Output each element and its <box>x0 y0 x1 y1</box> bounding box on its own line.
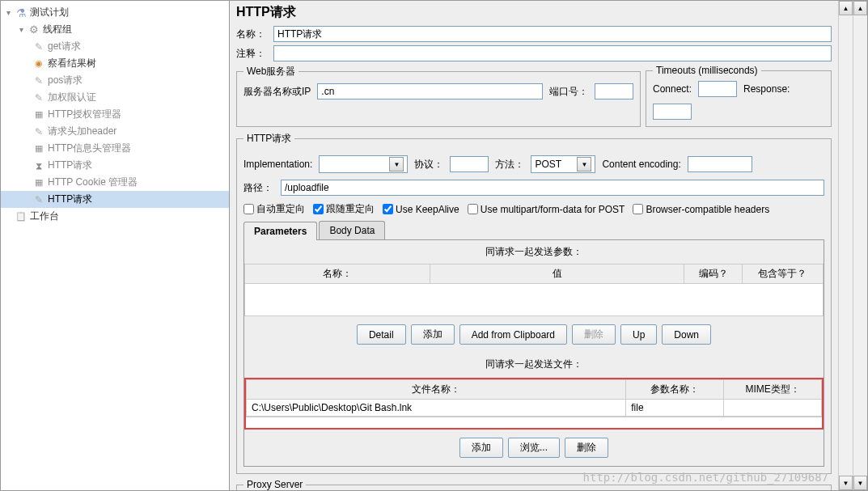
tree-item-http-header-mgr[interactable]: HTTP信息头管理器 <box>1 140 229 157</box>
col-value[interactable]: 值 <box>430 265 684 284</box>
tree-label: 加权限认证 <box>48 91 96 104</box>
col-name[interactable]: 名称： <box>245 265 430 284</box>
cb-browser-headers-box[interactable] <box>633 204 643 214</box>
name-label: 名称： <box>236 28 270 41</box>
cb-multipart-box[interactable] <box>468 204 478 214</box>
server-input[interactable] <box>317 83 543 99</box>
connect-label: Connect: <box>653 83 692 95</box>
btn-detail[interactable]: Detail <box>357 324 406 345</box>
name-input[interactable] <box>273 26 832 42</box>
connect-input[interactable] <box>698 81 737 97</box>
btn-delete[interactable]: 删除 <box>572 324 616 345</box>
tree-item-add-header[interactable]: 请求头加header <box>1 123 229 140</box>
cb-auto-redirect-box[interactable] <box>243 204 254 214</box>
inner-scrollbar[interactable]: ▲ ▼ <box>838 1 853 490</box>
col-encode[interactable]: 编码？ <box>684 265 743 284</box>
tree-thread-group[interactable]: ▾ 线程组 <box>1 21 229 38</box>
col-include[interactable]: 包含等于？ <box>742 265 823 284</box>
tree-label: pos请求 <box>48 74 83 87</box>
tree-item-view-results[interactable]: 察看结果树 <box>1 55 229 72</box>
tree-root-testplan[interactable]: ▾ 测试计划 <box>1 4 229 21</box>
cb-multipart[interactable]: Use multipart/form-data for POST <box>468 204 625 215</box>
file-mime-cell[interactable] <box>724 400 822 417</box>
http-request-fieldset: HTTP请求 Implementation: ▼ 协议： 方法： POST ▼ … <box>236 132 832 474</box>
file-path-cell[interactable]: C:\Users\Public\Desktop\Git Bash.lnk <box>247 400 626 417</box>
scroll-down-icon[interactable]: ▼ <box>853 476 867 490</box>
col-filename[interactable]: 文件名称： <box>247 380 626 400</box>
comment-input[interactable] <box>273 45 832 61</box>
scroll-down-icon[interactable]: ▼ <box>839 476 853 490</box>
params-grid-body[interactable] <box>244 284 824 316</box>
scroll-up-icon[interactable]: ▲ <box>839 1 853 15</box>
impl-select[interactable]: ▼ <box>319 155 408 173</box>
tree-item-auth-limit[interactable]: 加权限认证 <box>1 89 229 106</box>
path-input[interactable] <box>281 180 824 196</box>
impl-label: Implementation: <box>243 159 312 170</box>
btn-file-delete[interactable]: 删除 <box>565 438 608 458</box>
name-row: 名称： <box>236 26 832 42</box>
col-param-name[interactable]: 参数名称： <box>626 380 724 400</box>
chevron-down-icon: ▼ <box>577 157 591 171</box>
pencil-icon <box>32 91 46 104</box>
response-input[interactable] <box>653 104 692 120</box>
tree-item-pos-request[interactable]: pos请求 <box>1 72 229 89</box>
tree-workbench[interactable]: 工作台 <box>1 208 229 225</box>
tree-toggle-icon[interactable]: ▾ <box>2 8 14 17</box>
scroll-up-icon[interactable]: ▲ <box>853 1 867 15</box>
files-table: 文件名称： 参数名称： MIME类型： C:\Users\Public\Desk… <box>246 379 822 417</box>
scroll-track[interactable] <box>853 15 867 476</box>
tree-label: 工作台 <box>30 210 59 223</box>
tree-item-http-cookie-mgr[interactable]: HTTP Cookie 管理器 <box>1 174 229 191</box>
scroll-track[interactable] <box>839 15 853 476</box>
tab-body-data[interactable]: Body Data <box>319 221 385 239</box>
btn-down[interactable]: Down <box>662 324 711 345</box>
tree-toggle-icon[interactable]: ▾ <box>15 25 27 34</box>
cb-follow-redirect-box[interactable] <box>313 204 324 214</box>
tree-panel: ▾ 测试计划 ▾ 线程组 get请求 察看结果树 pos请求 加权限认证 HTT… <box>1 1 230 490</box>
encoding-input[interactable] <box>688 156 752 172</box>
pencil-icon <box>32 125 46 138</box>
timeouts-fieldset: Timeouts (milliseconds) Connect: Respons… <box>646 65 832 127</box>
method-select[interactable]: POST ▼ <box>531 155 595 173</box>
tree-label: HTTP请求 <box>48 193 92 206</box>
web-server-legend: Web服务器 <box>243 65 299 78</box>
port-input[interactable] <box>595 83 633 99</box>
encoding-label: Content encoding: <box>602 159 680 170</box>
timeouts-legend: Timeouts (milliseconds) <box>653 65 761 76</box>
proto-label: 协议： <box>414 158 443 171</box>
col-mime[interactable]: MIME类型： <box>724 380 822 400</box>
tree-label: HTTP授权管理器 <box>48 108 121 121</box>
btn-file-add[interactable]: 添加 <box>459 438 503 458</box>
pencil-icon <box>32 40 46 53</box>
params-section-title: 同请求一起发送参数： <box>244 240 824 264</box>
http-request-legend: HTTP请求 <box>243 132 294 146</box>
tree-item-http-request-old[interactable]: HTTP请求 <box>1 157 229 174</box>
response-label: Response: <box>743 83 790 95</box>
btn-file-browse[interactable]: 浏览... <box>508 438 560 458</box>
proxy-fieldset: Proxy Server 服务器名称或IP： 端口号： 用户名 密码 <box>236 479 832 490</box>
tree-item-get-request[interactable]: get请求 <box>1 38 229 55</box>
pencil-icon <box>32 74 46 87</box>
comment-label: 注释： <box>236 47 270 61</box>
cb-keepalive[interactable]: Use KeepAlive <box>383 204 459 215</box>
cb-auto-redirect[interactable]: 自动重定向 <box>243 202 305 216</box>
file-row[interactable]: C:\Users\Public\Desktop\Git Bash.lnk fil… <box>247 400 822 417</box>
btn-up[interactable]: Up <box>620 324 657 345</box>
outer-scrollbar[interactable]: ▲ ▼ <box>853 1 867 490</box>
cb-keepalive-box[interactable] <box>383 204 393 214</box>
cb-follow-redirect[interactable]: 跟随重定向 <box>313 202 375 216</box>
btn-add[interactable]: 添加 <box>411 324 455 345</box>
cb-browser-headers[interactable]: Browser-compatible headers <box>633 204 769 215</box>
btn-add-clipboard[interactable]: Add from Clipboard <box>459 324 567 345</box>
tree-item-http-request-selected[interactable]: HTTP请求 <box>1 191 229 208</box>
tree-item-http-auth-mgr[interactable]: HTTP授权管理器 <box>1 106 229 123</box>
page-title: HTTP请求 <box>236 4 832 21</box>
path-label: 路径： <box>243 181 277 195</box>
file-param-cell[interactable]: file <box>626 400 724 417</box>
tree-label: 测试计划 <box>30 6 69 19</box>
method-label: 方法： <box>495 158 524 171</box>
files-grid-spacer <box>246 417 822 428</box>
proxy-legend: Proxy Server <box>243 479 306 490</box>
tab-parameters[interactable]: Parameters <box>243 222 317 240</box>
proto-input[interactable] <box>450 156 489 172</box>
